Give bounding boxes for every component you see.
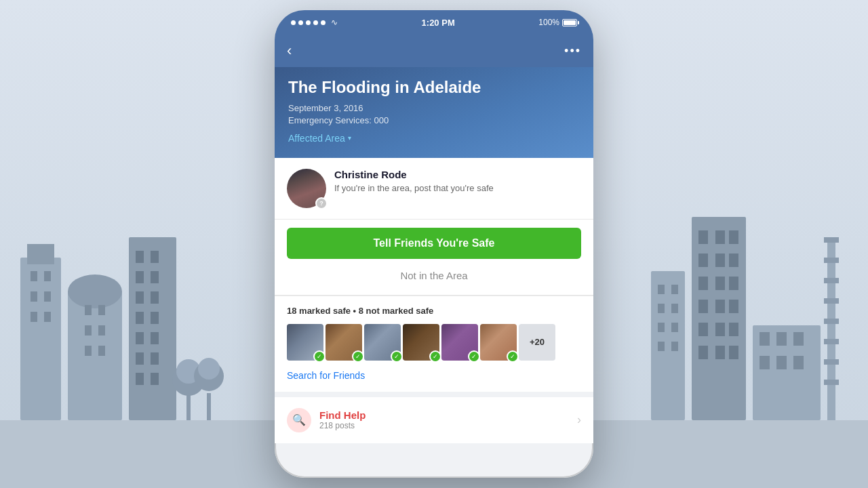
find-help-section[interactable]: 🔍 Find Help 218 posts › (275, 392, 593, 443)
svg-rect-25 (136, 312, 144, 324)
svg-rect-14 (85, 325, 92, 336)
svg-rect-9 (44, 312, 51, 322)
svg-rect-64 (698, 346, 708, 359)
signal-dot-5 (321, 20, 326, 25)
svg-rect-80 (824, 339, 839, 344)
signal-dot-1 (291, 20, 296, 25)
svg-rect-39 (651, 271, 685, 420)
search-friends-link[interactable]: Search for Friends (287, 369, 581, 382)
svg-rect-22 (151, 271, 159, 283)
friend-thumb-5[interactable]: ✓ (441, 324, 478, 361)
friend-thumb-6[interactable]: ✓ (480, 324, 517, 361)
svg-rect-79 (824, 319, 839, 324)
svg-rect-76 (824, 258, 839, 263)
friend-thumb-4[interactable]: ✓ (403, 324, 439, 361)
svg-rect-77 (824, 278, 839, 283)
phone-frame: ∿ 1:20 PM 100% ‹ ••• The Flooding in Ade… (275, 10, 593, 478)
svg-rect-5 (44, 271, 51, 281)
svg-rect-16 (85, 346, 92, 356)
badge-icon: ? (319, 200, 323, 207)
svg-rect-69 (776, 332, 787, 346)
svg-rect-32 (151, 373, 159, 385)
svg-rect-71 (760, 356, 770, 369)
event-date: September 3, 2016 (288, 103, 580, 113)
friend-check-6: ✓ (507, 350, 519, 363)
hero-section: The Flooding in Adelaide September 3, 20… (275, 67, 593, 158)
event-emergency: Emergency Services: 000 (288, 115, 580, 125)
svg-rect-13 (98, 305, 105, 315)
svg-rect-68 (760, 332, 770, 346)
cta-section: Tell Friends You're Safe Not in the Area (275, 220, 593, 296)
svg-rect-28 (151, 332, 159, 344)
svg-rect-54 (729, 253, 738, 267)
svg-rect-61 (698, 323, 708, 336)
chevron-right-icon: › (577, 413, 581, 427)
find-help-subtitle: 218 posts (319, 421, 366, 430)
friend-thumb-2[interactable]: ✓ (326, 324, 362, 361)
friends-stats-text: 18 marked safe • 8 not marked safe (287, 306, 433, 316)
status-time: 1:20 PM (422, 18, 455, 28)
signal-dot-3 (306, 20, 311, 25)
svg-rect-36 (207, 393, 211, 420)
user-info: Christine Rode If you're in the area, po… (334, 169, 581, 195)
friends-section: 18 marked safe • 8 not marked safe ✓ ✓ ✓… (275, 296, 593, 392)
friend-thumb-3[interactable]: ✓ (364, 324, 401, 361)
friend-thumb-1[interactable]: ✓ (287, 324, 323, 361)
signal-indicator: ∿ (291, 18, 338, 27)
svg-rect-12 (85, 305, 92, 315)
svg-rect-55 (698, 277, 708, 290)
svg-rect-33 (186, 393, 191, 420)
signal-dot-4 (313, 20, 318, 25)
friend-check-5: ✓ (468, 350, 480, 363)
svg-rect-6 (31, 291, 37, 302)
svg-rect-30 (151, 352, 159, 365)
signal-dot-2 (298, 20, 303, 25)
svg-rect-78 (824, 298, 839, 304)
battery-percent: 100% (538, 18, 559, 27)
svg-rect-73 (793, 356, 804, 369)
svg-rect-81 (824, 359, 839, 365)
svg-rect-40 (658, 285, 665, 294)
svg-rect-3 (27, 244, 54, 264)
svg-rect-75 (824, 237, 839, 243)
affected-area-label: Affected Area (288, 133, 345, 144)
not-in-area-button[interactable]: Not in the Area (287, 267, 581, 284)
svg-rect-43 (671, 304, 678, 313)
svg-rect-15 (98, 325, 105, 336)
more-button[interactable]: ••• (564, 44, 581, 58)
svg-rect-10 (68, 291, 122, 420)
svg-point-38 (198, 358, 220, 380)
back-button[interactable]: ‹ (287, 42, 292, 60)
affected-area-button[interactable]: Affected Area ▾ (288, 133, 351, 144)
friend-check-3: ✓ (391, 350, 403, 363)
find-help-text: Find Help 218 posts (319, 409, 366, 430)
svg-rect-57 (729, 277, 738, 290)
event-title: The Flooding in Adelaide (288, 78, 580, 98)
wifi-icon: ∿ (331, 18, 338, 27)
svg-rect-74 (827, 237, 835, 420)
user-subtitle: If you're in the area, post that you're … (334, 182, 581, 195)
svg-rect-23 (136, 291, 144, 304)
svg-rect-7 (44, 291, 51, 302)
svg-rect-17 (98, 346, 105, 356)
svg-rect-20 (151, 251, 159, 263)
svg-rect-19 (136, 251, 144, 263)
more-count[interactable]: +20 (519, 324, 555, 361)
svg-rect-70 (793, 332, 804, 346)
svg-rect-49 (698, 230, 708, 244)
svg-point-11 (68, 274, 122, 308)
svg-rect-46 (658, 342, 665, 351)
svg-rect-66 (729, 346, 738, 359)
avatar-container: ? (287, 169, 326, 208)
search-icon: 🔍 (292, 413, 306, 426)
svg-rect-42 (658, 304, 665, 313)
tell-friends-safe-button[interactable]: Tell Friends You're Safe (287, 228, 581, 259)
svg-rect-59 (715, 300, 725, 313)
friend-check-1: ✓ (313, 350, 326, 363)
svg-rect-18 (129, 237, 176, 420)
friend-avatars: ✓ ✓ ✓ ✓ ✓ ✓ +20 (287, 324, 581, 361)
user-card: ? Christine Rode If you're in the area, … (275, 158, 593, 220)
svg-rect-82 (824, 380, 839, 385)
status-right: 100% (538, 18, 577, 27)
svg-rect-41 (671, 285, 678, 294)
